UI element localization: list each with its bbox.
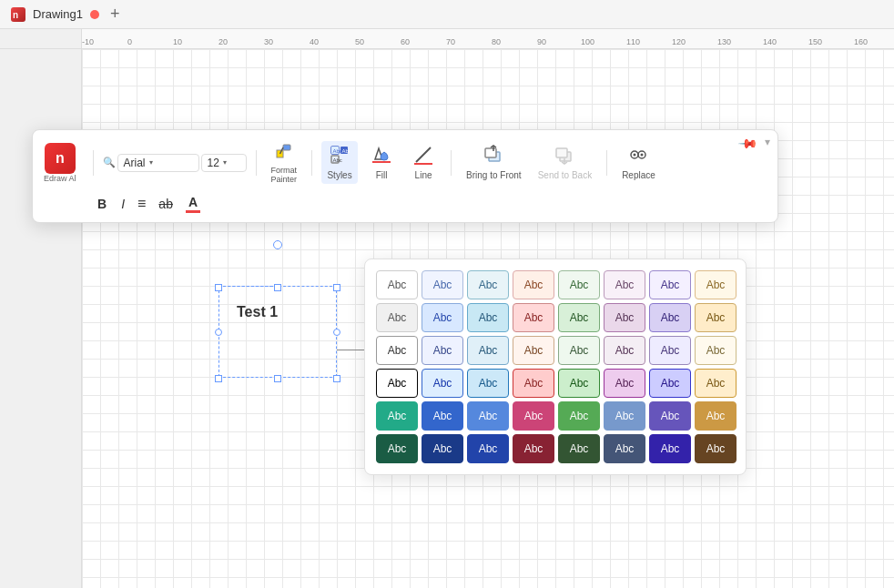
style-cell[interactable]: Abc: [467, 434, 509, 463]
style-cell[interactable]: Abc: [376, 336, 418, 365]
handle-mid-right[interactable]: [333, 329, 340, 336]
separator-1: [93, 150, 94, 176]
styles-button[interactable]: Abc Abc Abc Styles: [321, 141, 358, 184]
style-cell[interactable]: Abc: [604, 336, 645, 365]
style-cell[interactable]: Abc: [376, 369, 418, 398]
style-cell[interactable]: Abc: [422, 303, 463, 332]
send-to-back-icon: [554, 145, 574, 168]
font-size-arrow: ▾: [223, 158, 227, 167]
style-cell[interactable]: Abc: [422, 336, 463, 365]
fill-button[interactable]: Fill: [363, 141, 400, 184]
style-cell[interactable]: Abc: [649, 434, 691, 463]
format-painter-button[interactable]: FormatPainter: [266, 137, 303, 188]
svg-rect-18: [556, 148, 567, 157]
style-cell[interactable]: Abc: [513, 270, 554, 299]
style-cell[interactable]: Abc: [695, 434, 737, 463]
collapse-icon[interactable]: ▾: [765, 136, 770, 148]
style-cell[interactable]: Abc: [558, 434, 600, 463]
ruler-tick: 40: [310, 37, 319, 46]
style-cell[interactable]: Abc: [604, 401, 645, 431]
bring-to-front-label: Bring to Front: [466, 170, 522, 180]
style-cell[interactable]: Abc: [604, 369, 645, 398]
ruler-tick: 140: [763, 37, 777, 46]
bold-button[interactable]: B: [91, 194, 113, 214]
handle-bot-mid[interactable]: [274, 375, 281, 382]
style-cell[interactable]: Abc: [513, 303, 554, 332]
font-color-button[interactable]: A: [181, 193, 205, 215]
style-gallery-panel: AbcAbcAbcAbcAbcAbcAbcAbcAbcAbcAbcAbcAbcA…: [364, 259, 747, 475]
style-cell[interactable]: Abc: [649, 401, 691, 431]
send-to-back-button[interactable]: Send to Back: [533, 141, 597, 184]
app-label: Edraw Al: [44, 174, 76, 183]
style-cell[interactable]: Abc: [376, 303, 418, 332]
ruler-tick: 60: [401, 37, 410, 46]
handle-top-left[interactable]: [215, 284, 222, 291]
styles-icon: Abc Abc Abc: [330, 145, 350, 168]
svg-text:n: n: [13, 10, 18, 20]
strikethrough-button[interactable]: ab: [154, 194, 178, 214]
style-cell[interactable]: Abc: [376, 434, 418, 463]
style-cell[interactable]: Abc: [513, 401, 554, 431]
style-cell[interactable]: Abc: [467, 303, 509, 332]
style-cell[interactable]: Abc: [558, 369, 600, 398]
style-cell[interactable]: Abc: [376, 270, 418, 299]
style-cell[interactable]: Abc: [558, 401, 600, 431]
style-cell[interactable]: Abc: [467, 270, 509, 299]
bring-to-front-button[interactable]: Bring to Front: [461, 141, 527, 184]
new-tab-button[interactable]: +: [110, 5, 120, 24]
style-cell[interactable]: Abc: [604, 434, 645, 463]
style-cell[interactable]: Abc: [467, 401, 509, 431]
font-size-value: 12: [208, 157, 219, 169]
style-cell[interactable]: Abc: [513, 369, 554, 398]
style-cell[interactable]: Abc: [422, 401, 463, 431]
style-cell[interactable]: Abc: [649, 336, 691, 365]
style-cell[interactable]: Abc: [695, 303, 737, 332]
separator-3: [311, 150, 312, 176]
separator-2: [256, 150, 257, 176]
separator-5: [606, 150, 607, 176]
style-cell[interactable]: Abc: [649, 303, 691, 332]
style-cell[interactable]: Abc: [513, 434, 554, 463]
handle-top-mid[interactable]: [274, 284, 281, 291]
ruler-tick: 20: [218, 37, 228, 46]
align-button[interactable]: ≡: [133, 193, 150, 215]
handle-mid-left[interactable]: [215, 329, 222, 336]
rotation-handle[interactable]: [273, 240, 282, 249]
handle-bot-left[interactable]: [215, 375, 222, 382]
style-cell[interactable]: Abc: [422, 434, 463, 463]
style-cell[interactable]: Abc: [604, 303, 645, 332]
handle-top-right[interactable]: [333, 284, 340, 291]
handle-bot-right[interactable]: [333, 375, 340, 382]
style-cell[interactable]: Abc: [695, 369, 737, 398]
style-cell[interactable]: Abc: [422, 369, 463, 398]
svg-point-22: [634, 154, 636, 157]
style-cell[interactable]: Abc: [695, 270, 737, 299]
svg-text:Abc: Abc: [342, 148, 350, 154]
fill-label: Fill: [376, 170, 388, 180]
replace-button[interactable]: Replace: [616, 141, 661, 184]
close-dot[interactable]: [90, 10, 99, 19]
style-cell[interactable]: Abc: [695, 401, 737, 431]
style-cell[interactable]: Abc: [604, 270, 645, 299]
toolbar-row-2: B I ≡ ab A: [44, 193, 767, 215]
format-painter-icon: [275, 141, 293, 164]
line-button[interactable]: Line: [405, 141, 442, 184]
style-cell[interactable]: Abc: [558, 303, 600, 332]
style-cell[interactable]: Abc: [558, 270, 600, 299]
style-cell[interactable]: Abc: [513, 336, 554, 365]
font-family-select[interactable]: Arial ▾: [117, 154, 199, 172]
font-size-select[interactable]: 12 ▾: [201, 154, 247, 172]
style-cell[interactable]: Abc: [695, 336, 737, 365]
style-cell[interactable]: Abc: [558, 336, 600, 365]
style-cell[interactable]: Abc: [422, 270, 463, 299]
main-area: Test 1 📌 ▾ n Edraw Al 🔍 Arial ▾: [0, 49, 894, 588]
style-cell[interactable]: Abc: [467, 369, 509, 398]
style-cell[interactable]: Abc: [467, 336, 509, 365]
italic-button[interactable]: I: [117, 194, 129, 214]
style-cell[interactable]: Abc: [376, 401, 418, 431]
font-color-bar: [186, 210, 200, 213]
style-cell[interactable]: Abc: [649, 369, 691, 398]
font-controls: 🔍 Arial ▾ 12 ▾: [103, 154, 247, 172]
send-to-back-label: Send to Back: [538, 170, 592, 180]
style-cell[interactable]: Abc: [649, 270, 691, 299]
